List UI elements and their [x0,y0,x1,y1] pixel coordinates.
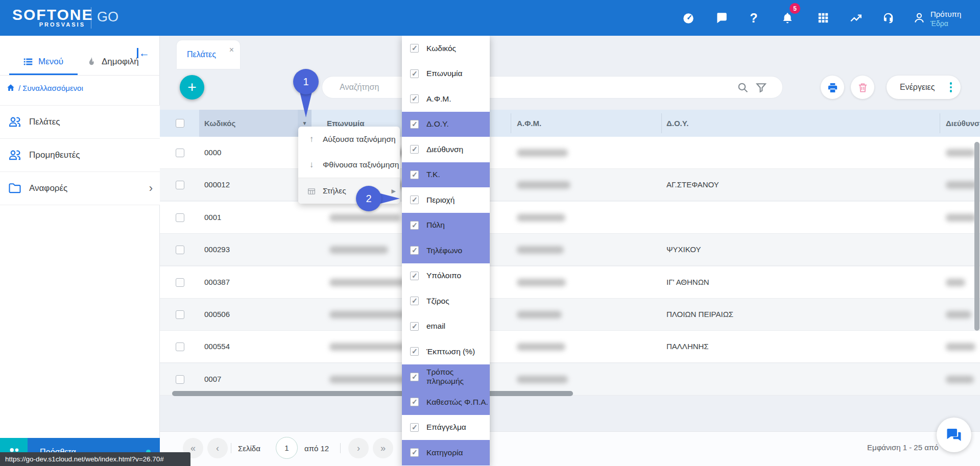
tab-customers-label: Πελάτες [187,50,216,59]
support-headset-icon[interactable] [878,8,898,28]
column-option-turnover[interactable]: Τζίρος [402,288,490,314]
checkbox-checked-icon[interactable] [410,44,419,53]
messages-icon[interactable] [711,8,732,28]
redacted-address-cell [946,214,976,222]
sidebar-item-reports[interactable]: Αναφορές › [0,172,160,205]
select-all-checkbox[interactable] [176,119,184,128]
table-row[interactable]: 0001 [160,202,980,234]
row-checkbox[interactable] [176,278,184,287]
column-option-payment-method[interactable]: Τρόπος πληρωμής [402,364,490,390]
row-checkbox[interactable] [176,375,184,384]
checkbox-checked-icon[interactable] [410,246,419,255]
column-option-category[interactable]: Κατηγορία [402,440,490,465]
checkbox-checked-icon[interactable] [410,398,419,406]
next-page-button[interactable]: › [348,438,369,458]
help-icon[interactable]: ? [744,8,764,28]
tab-menu[interactable]: Μενού [22,56,63,67]
tabs-divider [0,75,160,76]
menu-item-sort-descending[interactable]: ↓ Φθίνουσα ταξινόμηση [298,152,400,178]
checkbox-checked-icon[interactable] [410,120,419,129]
row-checkbox[interactable] [176,310,184,319]
column-option-email[interactable]: email [402,314,490,339]
redacted-address-cell [946,376,974,383]
table-row[interactable]: 000554 ΠΑΛΛΗΝΗΣ [160,331,980,363]
columns-label: Στήλες [323,186,346,195]
filter-funnel-icon[interactable] [755,81,768,94]
table-row[interactable]: 000506 ΠΛΟΙΩΝ ΠΕΙΡΑΙΩΣ [160,299,980,331]
chat-support-button[interactable] [937,418,971,452]
cell-taxoffice: ΠΑΛΛΗΝΗΣ [666,342,709,351]
row-checkbox[interactable] [176,181,184,189]
printer-icon [827,82,839,93]
menu-item-sort-ascending[interactable]: ↑ Αύξουσα ταξινόμηση [298,127,400,152]
redacted-vat-cell [517,214,565,222]
column-option-code[interactable]: Κωδικός [402,36,490,61]
checkbox-checked-icon[interactable] [410,195,419,204]
dashboard-icon[interactable] [678,8,699,28]
table-row[interactable]: 000293 ΨΥΧΙΚΟΥ [160,234,980,266]
column-option-phone[interactable]: Τηλέφωνο [402,238,490,263]
column-option-postcode[interactable]: Τ.Κ. [402,162,490,188]
user-profile-icon[interactable] [909,8,929,28]
checkbox-checked-icon[interactable] [410,170,419,179]
column-option-balance[interactable]: Υπόλοιπο [402,263,490,289]
redacted-vat-cell [517,181,570,189]
table-row[interactable]: 000387 ΙΓ' ΑΘΗΝΩΝ [160,266,980,299]
checkbox-checked-icon[interactable] [410,94,419,103]
checkbox-checked-icon[interactable] [410,272,419,280]
checkbox-checked-icon[interactable] [410,448,419,457]
add-record-button[interactable]: + [180,75,204,100]
tab-customers[interactable]: Πελάτες × [177,40,240,69]
table-row[interactable]: 0000 [160,137,980,169]
search-input[interactable] [340,77,738,98]
checkbox-checked-icon[interactable] [410,221,419,230]
redacted-name-cell [329,246,388,254]
prev-page-button[interactable]: ‹ [207,438,228,458]
breadcrumb[interactable]: / Συναλλασσόμενοι [6,83,83,92]
column-header-address[interactable]: Διεύθυνση [946,110,980,137]
column-option-name[interactable]: Επωνυμία [402,61,490,87]
print-button[interactable] [821,76,844,99]
column-option-vat-status[interactable]: Καθεστώς Φ.Π.Α. [402,389,490,415]
column-option-taxoffice[interactable]: Δ.Ο.Υ. [402,112,490,137]
apps-grid-icon[interactable] [813,8,833,28]
column-header-taxoffice[interactable]: Δ.Ο.Υ. [666,110,688,137]
table-row[interactable]: 000012 ΑΓ.ΣΤΕΦΑΝΟΥ [160,169,980,201]
column-option-address[interactable]: Διεύθυνση [402,137,490,162]
column-option-area[interactable]: Περιοχή [402,187,490,213]
last-page-button[interactable]: » [373,438,393,458]
checkbox-checked-icon[interactable] [410,423,419,432]
checkbox-checked-icon[interactable] [410,373,419,381]
menu-item-columns[interactable]: Στήλες ▶ [298,178,400,204]
column-option-discount[interactable]: Έκπτωση (%) [402,339,490,364]
page-label: Σελίδα [238,444,260,453]
checkbox-checked-icon[interactable] [410,145,419,154]
analytics-chart-icon[interactable] [846,8,866,28]
checkbox-checked-icon[interactable] [410,297,419,305]
column-option-vat[interactable]: Α.Φ.Μ. [402,86,490,112]
checkbox-checked-icon[interactable] [410,322,419,331]
sidebar-item-customers[interactable]: Πελάτες [0,106,160,139]
column-header-vat[interactable]: Α.Φ.Μ. [517,110,541,137]
actions-button[interactable]: Ενέργειες [887,76,961,99]
close-tab-icon[interactable]: × [229,45,234,55]
delete-button[interactable] [851,76,874,99]
row-checkbox[interactable] [176,149,184,157]
dropdown-arrow-icon: ▼ [302,120,307,126]
horizontal-scrollbar[interactable] [172,391,573,396]
sidebar-item-suppliers[interactable]: Προμηθευτές [0,139,160,172]
checkbox-checked-icon[interactable] [410,347,419,356]
checkbox-checked-icon[interactable] [410,69,419,78]
page-number-input[interactable] [276,437,298,459]
vertical-scrollbar[interactable] [974,142,979,331]
column-header-code[interactable]: Κωδικός [204,110,235,137]
column-option-profession[interactable]: Επάγγελμα [402,415,490,440]
tab-favorites[interactable]: Δημοφιλή [86,56,139,67]
row-checkbox[interactable] [176,246,184,254]
company-name-label[interactable]: Πρότυπη [930,10,961,18]
column-option-city[interactable]: Πόλη [402,213,490,238]
sort-asc-icon: ↑ [306,134,317,144]
row-checkbox[interactable] [176,213,184,222]
search-icon[interactable] [736,81,749,94]
row-checkbox[interactable] [176,342,184,351]
